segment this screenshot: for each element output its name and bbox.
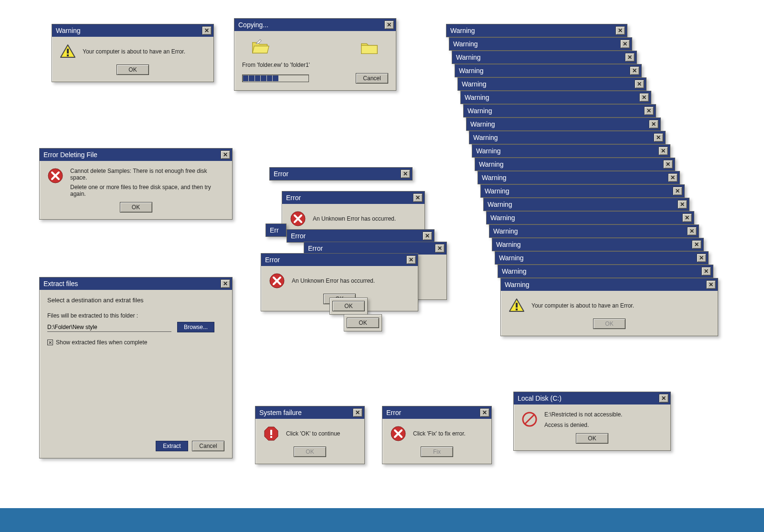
window-title: Copying... — [238, 21, 268, 29]
warning-dialog-cascade: Warning ✕ — [495, 251, 709, 265]
close-icon[interactable]: ✕ — [635, 80, 644, 88]
ok-button[interactable]: OK — [294, 447, 326, 457]
titlebar[interactable]: Error ✕ — [382, 406, 491, 419]
titlebar[interactable]: Copying... ✕ — [234, 19, 396, 31]
warning-dialog-cascade: Warning ✕ — [463, 104, 656, 117]
warning-dialog-cascade: Warning ✕ — [457, 77, 647, 91]
titlebar[interactable]: Warning ✕ — [481, 185, 684, 197]
warning-icon — [60, 43, 76, 60]
close-icon[interactable]: ✕ — [697, 254, 706, 262]
message-line2: Access is denied. — [544, 422, 622, 428]
titlebar[interactable]: Error ✕ — [270, 168, 412, 180]
ok-button[interactable]: OK — [347, 318, 379, 328]
titlebar[interactable]: Warning ✕ — [452, 51, 637, 64]
close-icon[interactable]: ✕ — [668, 173, 678, 182]
close-icon[interactable]: ✕ — [480, 408, 489, 417]
titlebar[interactable]: Warning ✕ — [469, 131, 665, 144]
titlebar[interactable]: Warning ✕ — [498, 265, 713, 277]
close-icon[interactable]: ✕ — [630, 66, 639, 75]
warning-dialog-cascade: Warning ✕ — [452, 51, 637, 64]
close-icon[interactable]: ✕ — [615, 26, 625, 35]
close-icon[interactable]: ✕ — [644, 106, 654, 115]
window-title: Warning — [490, 214, 515, 222]
close-icon[interactable]: ✕ — [682, 213, 692, 222]
checkbox[interactable]: ✕ — [47, 340, 53, 345]
titlebar[interactable]: Warning ✕ — [449, 38, 632, 50]
titlebar[interactable]: Local Disk (C:) ✕ — [514, 392, 670, 404]
titlebar[interactable]: Warning ✕ — [484, 198, 689, 211]
extract-button[interactable]: Extract — [156, 441, 188, 451]
browse-button[interactable]: Browse... — [177, 322, 214, 332]
cancel-button[interactable]: Cancel — [192, 441, 224, 451]
close-icon[interactable]: ✕ — [649, 120, 658, 128]
close-icon[interactable]: ✕ — [620, 40, 630, 48]
close-icon[interactable]: ✕ — [413, 193, 423, 202]
titlebar[interactable]: Warning ✕ — [495, 252, 708, 264]
window-title: Error Deleting File — [43, 151, 97, 159]
path-input[interactable] — [47, 323, 171, 332]
fix-button[interactable]: Fix — [421, 447, 453, 457]
close-icon[interactable]: ✕ — [706, 280, 716, 289]
window-title: Error — [265, 256, 280, 264]
titlebar[interactable]: Warning ✕ — [467, 118, 660, 130]
window-title: Warning — [479, 160, 504, 168]
close-icon[interactable]: ✕ — [673, 187, 682, 195]
titlebar[interactable]: Warning ✕ — [461, 91, 651, 104]
close-icon[interactable]: ✕ — [435, 244, 445, 253]
titlebar[interactable]: Warning ✕ — [472, 145, 670, 157]
system-failure-dialog: System failure ✕ Click 'OK' to continue … — [255, 406, 365, 464]
titlebar[interactable]: Warning ✕ — [52, 24, 213, 37]
message: Click 'OK' to continue — [286, 430, 340, 437]
close-icon[interactable]: ✕ — [406, 255, 416, 264]
stop-icon — [263, 426, 279, 442]
titlebar[interactable]: System failure ✕ — [255, 406, 364, 419]
window-title: Warning — [482, 174, 507, 181]
titlebar[interactable]: Err — [266, 224, 286, 236]
window-title: Error — [274, 170, 288, 178]
close-icon[interactable]: ✕ — [658, 147, 668, 155]
window-title: Warning — [467, 107, 492, 115]
error-dialog-cascade: OK — [344, 314, 382, 331]
close-icon[interactable]: ✕ — [659, 394, 668, 403]
close-icon[interactable]: ✕ — [221, 150, 230, 159]
close-icon[interactable]: ✕ — [687, 227, 697, 235]
close-icon[interactable]: ✕ — [692, 240, 701, 249]
titlebar[interactable]: Error Deleting File ✕ — [40, 149, 232, 161]
close-icon[interactable]: ✕ — [221, 279, 230, 288]
titlebar[interactable]: Warning ✕ — [487, 212, 694, 224]
titlebar[interactable]: Error ✕ — [282, 192, 424, 204]
cancel-button[interactable]: Cancel — [356, 73, 388, 84]
ok-button[interactable]: OK — [120, 202, 152, 213]
titlebar[interactable]: Warning ✕ — [501, 278, 718, 291]
close-icon[interactable]: ✕ — [202, 26, 212, 35]
close-icon[interactable]: ✕ — [353, 408, 362, 417]
close-icon[interactable]: ✕ — [654, 133, 663, 142]
titlebar[interactable]: Warning ✕ — [464, 105, 656, 117]
close-icon[interactable]: ✕ — [678, 200, 687, 209]
checkbox-label: Show extracted files when complete — [56, 339, 147, 346]
warning-dialog-cascade: Warning ✕ — [483, 198, 690, 211]
titlebar[interactable]: Error ✕ — [261, 254, 418, 266]
titlebar[interactable]: Warning ✕ — [492, 238, 703, 251]
close-icon[interactable]: ✕ — [639, 93, 649, 102]
ok-button[interactable]: OK — [576, 433, 608, 444]
ok-button[interactable]: OK — [117, 64, 149, 75]
titlebar[interactable]: Warning ✕ — [446, 24, 627, 37]
ok-button[interactable]: OK — [332, 301, 365, 311]
titlebar[interactable]: Warning ✕ — [489, 225, 699, 237]
titlebar[interactable]: Warning ✕ — [455, 64, 641, 77]
titlebar[interactable]: Error ✕ — [287, 230, 434, 242]
close-icon[interactable]: ✕ — [384, 21, 394, 29]
close-icon[interactable]: ✕ — [701, 267, 711, 276]
titlebar[interactable]: Warning ✕ — [475, 158, 675, 170]
ok-button[interactable]: OK — [593, 319, 626, 329]
titlebar[interactable]: Extract files ✕ — [40, 277, 232, 290]
titlebar[interactable]: Warning ✕ — [458, 78, 646, 90]
warning-dialog-cascade: Warning ✕ — [498, 265, 713, 278]
close-icon[interactable]: ✕ — [663, 160, 673, 169]
error-dialog-cascade: Error ✕ — [269, 167, 413, 181]
close-icon[interactable]: ✕ — [423, 232, 432, 240]
titlebar[interactable]: Warning ✕ — [478, 171, 679, 184]
close-icon[interactable]: ✕ — [625, 53, 635, 62]
close-icon[interactable]: ✕ — [401, 170, 410, 178]
